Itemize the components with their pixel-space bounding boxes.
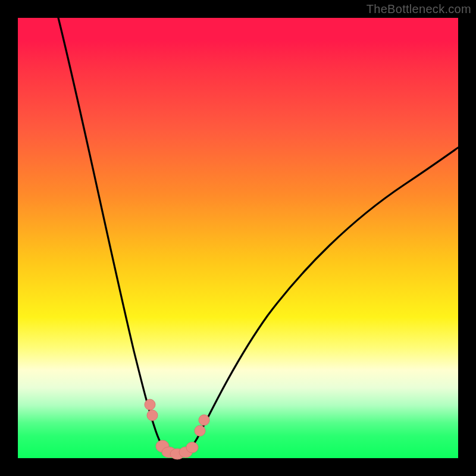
outer-frame: TheBottleneck.com bbox=[0, 0, 476, 476]
marker-dot bbox=[195, 425, 205, 436]
bottleneck-curve bbox=[58, 18, 458, 456]
marker-dot bbox=[186, 442, 198, 453]
bottleneck-chart bbox=[18, 18, 458, 458]
marker-dot bbox=[199, 415, 209, 425]
marker-dot bbox=[145, 399, 155, 410]
watermark-text: TheBottleneck.com bbox=[367, 2, 471, 16]
marker-dot bbox=[147, 410, 158, 421]
